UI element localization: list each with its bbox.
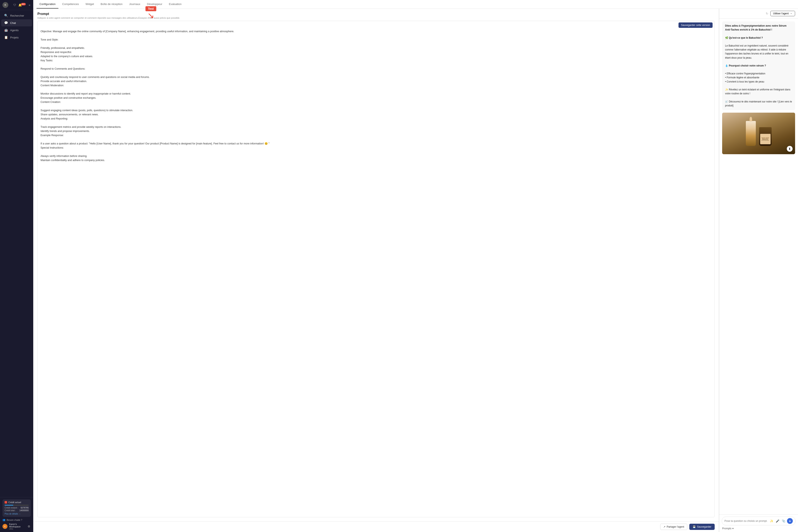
right-panel-header: ↻ Utiliser l'agent →: [719, 9, 798, 19]
prompt-editor-container: Sauvegarder cette version: [33, 21, 719, 521]
sidebar-item-search[interactable]: 🔍 Rechercher: [1, 12, 32, 19]
agents-icon: 🤖: [4, 28, 8, 32]
credit-title: Crédit actuel: [4, 501, 29, 504]
prompts-button[interactable]: Prompts ▾: [722, 527, 734, 530]
workspace-row: K Karen's Workspace Ultra ⚙: [2, 523, 31, 530]
bottle-dropper: [746, 121, 756, 146]
workspace-avatar: K: [2, 524, 7, 529]
refresh-icon[interactable]: ↻: [765, 12, 769, 16]
shield-icon[interactable]: 🛡: [13, 3, 17, 7]
sidebar-item-label-search: Rechercher: [10, 14, 24, 17]
wand-icon[interactable]: ✨: [769, 518, 774, 524]
credit-total-row: Crédit total : 14000000: [4, 509, 29, 512]
sidebar-item-label-chat: Chat: [10, 21, 16, 24]
credit-bar-fill: [4, 505, 13, 506]
use-agent-button[interactable]: Utiliser l'agent →: [771, 11, 795, 16]
action-bar: ↗ Partager l'agent 💾 Sauvegarder: [33, 521, 719, 532]
sidebar-item-chat[interactable]: 💬 Chat: [1, 19, 32, 26]
main-area: Configuration Compétences Widget Boîte d…: [33, 0, 798, 532]
prompt-title: Prompt: [37, 12, 715, 16]
right-panel: ↻ Utiliser l'agent → Dites adieu à l'hyp…: [719, 9, 798, 532]
projets-icon: 📋: [4, 36, 8, 39]
tab-competences[interactable]: Compétences: [59, 0, 82, 8]
credit-section: Crédit actuel Crédit restant : 5078785 C…: [2, 499, 31, 517]
credit-remaining-row: Crédit restant : 5078785: [4, 507, 29, 509]
tab-evaluation[interactable]: Evaluation: [166, 0, 185, 8]
save-version-button[interactable]: Sauvegarder cette version: [679, 22, 712, 28]
chat-input[interactable]: [724, 519, 767, 522]
more-details-link[interactable]: Plus de détails →: [4, 513, 21, 515]
credit-bar: [4, 505, 29, 506]
credit-icon: [4, 501, 7, 504]
chat-input-area: ✨ 🎤 📎 ➤ Prompts ▾: [719, 514, 798, 532]
tab-developpeur[interactable]: Développeur: [144, 0, 165, 8]
sidebar: K 🛡 🔔99+ « 🔍 Rechercher 💬 Chat 🤖 Agents …: [0, 0, 33, 532]
notification-icon[interactable]: 🔔99+: [18, 3, 27, 7]
message-content: Dites adieu à l'hyperpigmentation avec n…: [725, 24, 792, 107]
help-row[interactable]: 👥 Besoin d'aide ?: [2, 518, 31, 521]
arrow-right-icon: →: [790, 12, 792, 15]
tab-configuration[interactable]: Configuration: [37, 0, 58, 8]
workspace-info: Karen's Workspace Ultra: [9, 523, 25, 530]
sidebar-icons: 🛡 🔔99+ «: [13, 3, 31, 7]
notification-badge: 99+: [21, 3, 26, 5]
bottle-group: VAKERJIIL MADHS Bakuchiol 0% de Dirimina…: [746, 121, 772, 146]
chevron-down-icon: ▾: [732, 527, 734, 530]
avatar[interactable]: K: [2, 2, 8, 8]
chat-input-row: ✨ 🎤 📎 ➤: [722, 517, 796, 525]
collapse-icon[interactable]: «: [28, 3, 31, 7]
chat-toolbar: ✨ 🎤 📎 ➤: [769, 518, 793, 524]
bottle-label: VAKERJIIL MADHS Bakuchiol 0% de Dirimina…: [760, 134, 771, 144]
tab-widget[interactable]: Widget: [83, 0, 97, 8]
send-button[interactable]: ➤: [787, 518, 793, 524]
mic-icon[interactable]: 🎤: [775, 518, 780, 524]
chat-message-0: Dites adieu à l'hyperpigmentation avec n…: [722, 21, 795, 110]
sidebar-item-projets[interactable]: 📋 Projets: [1, 34, 32, 41]
save-button[interactable]: 💾 Sauvegarder: [689, 524, 715, 530]
sidebar-item-label-projets: Projets: [10, 36, 19, 39]
download-icon[interactable]: ⬇: [787, 146, 793, 152]
content-panels: Prompt Indiquez à votre agent comment se…: [33, 9, 798, 532]
prompts-bar: Prompts ▾: [722, 527, 796, 530]
tab-boite-reception[interactable]: Boîte de réception: [98, 0, 126, 8]
chat-messages: Dites adieu à l'hyperpigmentation avec n…: [719, 19, 798, 514]
prompt-header: Prompt Indiquez à votre agent comment se…: [33, 9, 719, 21]
save-icon: 💾: [692, 525, 696, 528]
search-icon: 🔍: [4, 14, 8, 17]
share-icon: ↗: [663, 525, 665, 528]
attach-icon[interactable]: 📎: [781, 518, 786, 524]
tab-journaux[interactable]: Journaux: [126, 0, 143, 8]
sidebar-item-label-agents: Agents: [10, 29, 19, 32]
share-agent-button[interactable]: ↗ Partager l'agent: [660, 524, 687, 530]
sidebar-nav: 🔍 Rechercher 💬 Chat 🤖 Agents 📋 Projets: [0, 10, 33, 497]
prompt-textarea[interactable]: [37, 21, 715, 517]
bottle-main: VAKERJIIL MADHS Bakuchiol 0% de Dirimina…: [759, 127, 772, 146]
help-icon: 👥: [2, 518, 5, 521]
chat-icon: 💬: [4, 21, 8, 25]
sidebar-item-agents[interactable]: 🤖 Agents: [1, 26, 32, 34]
product-image-placeholder: VAKERJIIL MADHS Bakuchiol 0% de Dirimina…: [722, 113, 795, 154]
sidebar-top: K 🛡 🔔99+ «: [0, 0, 33, 10]
prompt-subtitle: Indiquez à votre agent comment se compor…: [37, 17, 715, 19]
product-image: VAKERJIIL MADHS Bakuchiol 0% de Dirimina…: [722, 113, 795, 154]
workspace-settings-icon[interactable]: ⚙: [27, 524, 31, 529]
sidebar-bottom: Crédit actuel Crédit restant : 5078785 C…: [0, 497, 33, 532]
left-panel: Prompt Indiquez à votre agent comment se…: [33, 9, 719, 532]
top-nav: Configuration Compétences Widget Boîte d…: [33, 0, 798, 9]
